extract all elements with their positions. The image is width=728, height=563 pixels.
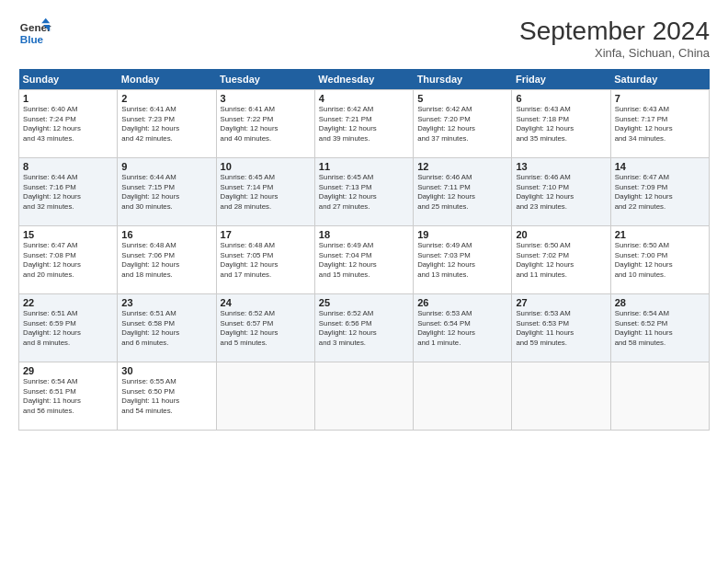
table-row: 6Sunrise: 6:43 AMSunset: 7:18 PMDaylight… <box>512 90 610 158</box>
day-number: 10 <box>221 161 311 172</box>
col-sunday: Sunday <box>19 69 118 90</box>
day-number: 5 <box>417 93 507 104</box>
day-number: 18 <box>319 229 409 240</box>
table-row: 27Sunrise: 6:53 AMSunset: 6:53 PMDayligh… <box>512 294 610 362</box>
col-thursday: Thursday <box>414 69 512 90</box>
table-row: 4Sunrise: 6:42 AMSunset: 7:21 PMDaylight… <box>314 90 413 158</box>
table-row: 1Sunrise: 6:40 AMSunset: 7:24 PMDaylight… <box>19 90 118 158</box>
calendar-week-4: 22Sunrise: 6:51 AMSunset: 6:59 PMDayligh… <box>19 294 710 362</box>
day-info: Sunrise: 6:46 AMSunset: 7:11 PMDaylight:… <box>417 173 507 212</box>
title-block: September 2024 Xinfa, Sichuan, China <box>519 17 710 60</box>
day-info: Sunrise: 6:51 AMSunset: 6:59 PMDaylight:… <box>23 309 113 348</box>
day-info: Sunrise: 6:42 AMSunset: 7:20 PMDaylight:… <box>417 105 507 144</box>
table-row: 22Sunrise: 6:51 AMSunset: 6:59 PMDayligh… <box>19 294 118 362</box>
logo: General Blue <box>18 17 51 50</box>
table-row: 13Sunrise: 6:46 AMSunset: 7:10 PMDayligh… <box>512 158 610 226</box>
calendar-page: General Blue September 2024 Xinfa, Sichu… <box>0 0 728 563</box>
day-info: Sunrise: 6:46 AMSunset: 7:10 PMDaylight:… <box>516 173 606 212</box>
day-number: 16 <box>121 229 211 240</box>
day-info: Sunrise: 6:48 AMSunset: 7:06 PMDaylight:… <box>121 241 211 280</box>
table-row: 12Sunrise: 6:46 AMSunset: 7:11 PMDayligh… <box>414 158 512 226</box>
day-info: Sunrise: 6:53 AMSunset: 6:54 PMDaylight:… <box>417 309 507 348</box>
table-row: 20Sunrise: 6:50 AMSunset: 7:02 PMDayligh… <box>512 226 610 294</box>
table-row: 17Sunrise: 6:48 AMSunset: 7:05 PMDayligh… <box>216 226 314 294</box>
table-row: 19Sunrise: 6:49 AMSunset: 7:03 PMDayligh… <box>414 226 512 294</box>
table-row <box>610 362 709 431</box>
table-row: 14Sunrise: 6:47 AMSunset: 7:09 PMDayligh… <box>610 158 709 226</box>
day-number: 19 <box>417 229 507 240</box>
table-row: 5Sunrise: 6:42 AMSunset: 7:20 PMDaylight… <box>414 90 512 158</box>
day-info: Sunrise: 6:50 AMSunset: 7:00 PMDaylight:… <box>615 241 705 280</box>
day-info: Sunrise: 6:50 AMSunset: 7:02 PMDaylight:… <box>516 241 606 280</box>
day-info: Sunrise: 6:43 AMSunset: 7:18 PMDaylight:… <box>516 105 606 144</box>
table-row <box>512 362 610 431</box>
day-number: 1 <box>23 93 113 104</box>
calendar-table: Sunday Monday Tuesday Wednesday Thursday… <box>18 69 710 431</box>
table-row: 23Sunrise: 6:51 AMSunset: 6:58 PMDayligh… <box>118 294 216 362</box>
day-number: 21 <box>615 229 705 240</box>
calendar-week-5: 29Sunrise: 6:54 AMSunset: 6:51 PMDayligh… <box>19 362 710 431</box>
table-row <box>216 362 314 431</box>
col-monday: Monday <box>118 69 216 90</box>
day-info: Sunrise: 6:52 AMSunset: 6:57 PMDaylight:… <box>221 309 311 348</box>
day-info: Sunrise: 6:41 AMSunset: 7:23 PMDaylight:… <box>121 105 211 144</box>
day-info: Sunrise: 6:44 AMSunset: 7:15 PMDaylight:… <box>121 173 211 212</box>
day-number: 3 <box>221 93 311 104</box>
day-info: Sunrise: 6:54 AMSunset: 6:52 PMDaylight:… <box>615 309 705 348</box>
table-row: 9Sunrise: 6:44 AMSunset: 7:15 PMDaylight… <box>118 158 216 226</box>
day-info: Sunrise: 6:55 AMSunset: 6:50 PMDaylight:… <box>121 377 211 416</box>
day-number: 13 <box>516 161 606 172</box>
table-row: 26Sunrise: 6:53 AMSunset: 6:54 PMDayligh… <box>414 294 512 362</box>
day-number: 27 <box>516 297 606 308</box>
day-info: Sunrise: 6:47 AMSunset: 7:08 PMDaylight:… <box>23 241 113 280</box>
logo-icon: General Blue <box>18 17 51 50</box>
day-info: Sunrise: 6:49 AMSunset: 7:03 PMDaylight:… <box>417 241 507 280</box>
day-number: 24 <box>221 297 311 308</box>
table-row: 24Sunrise: 6:52 AMSunset: 6:57 PMDayligh… <box>216 294 314 362</box>
col-tuesday: Tuesday <box>216 69 314 90</box>
day-number: 14 <box>615 161 705 172</box>
day-number: 17 <box>221 229 311 240</box>
month-title: September 2024 <box>519 17 710 46</box>
header: General Blue September 2024 Xinfa, Sichu… <box>18 17 710 60</box>
day-number: 4 <box>319 93 409 104</box>
col-friday: Friday <box>512 69 610 90</box>
day-number: 15 <box>23 229 113 240</box>
day-number: 11 <box>319 161 409 172</box>
day-number: 28 <box>615 297 705 308</box>
table-row: 7Sunrise: 6:43 AMSunset: 7:17 PMDaylight… <box>610 90 709 158</box>
day-info: Sunrise: 6:45 AMSunset: 7:14 PMDaylight:… <box>221 173 311 212</box>
header-row: Sunday Monday Tuesday Wednesday Thursday… <box>19 69 710 90</box>
day-info: Sunrise: 6:51 AMSunset: 6:58 PMDaylight:… <box>121 309 211 348</box>
day-info: Sunrise: 6:54 AMSunset: 6:51 PMDaylight:… <box>23 377 113 416</box>
table-row: 11Sunrise: 6:45 AMSunset: 7:13 PMDayligh… <box>314 158 413 226</box>
day-info: Sunrise: 6:43 AMSunset: 7:17 PMDaylight:… <box>615 105 705 144</box>
calendar-week-3: 15Sunrise: 6:47 AMSunset: 7:08 PMDayligh… <box>19 226 710 294</box>
table-row: 10Sunrise: 6:45 AMSunset: 7:14 PMDayligh… <box>216 158 314 226</box>
day-info: Sunrise: 6:40 AMSunset: 7:24 PMDaylight:… <box>23 105 113 144</box>
table-row: 8Sunrise: 6:44 AMSunset: 7:16 PMDaylight… <box>19 158 118 226</box>
day-info: Sunrise: 6:45 AMSunset: 7:13 PMDaylight:… <box>319 173 409 212</box>
day-number: 25 <box>319 297 409 308</box>
table-row <box>414 362 512 431</box>
day-info: Sunrise: 6:47 AMSunset: 7:09 PMDaylight:… <box>615 173 705 212</box>
day-number: 23 <box>121 297 211 308</box>
day-info: Sunrise: 6:52 AMSunset: 6:56 PMDaylight:… <box>319 309 409 348</box>
table-row: 28Sunrise: 6:54 AMSunset: 6:52 PMDayligh… <box>610 294 709 362</box>
day-number: 9 <box>121 161 211 172</box>
day-number: 8 <box>23 161 113 172</box>
col-wednesday: Wednesday <box>314 69 413 90</box>
day-number: 26 <box>417 297 507 308</box>
table-row <box>314 362 413 431</box>
calendar-week-2: 8Sunrise: 6:44 AMSunset: 7:16 PMDaylight… <box>19 158 710 226</box>
calendar-week-1: 1Sunrise: 6:40 AMSunset: 7:24 PMDaylight… <box>19 90 710 158</box>
day-number: 22 <box>23 297 113 308</box>
table-row: 3Sunrise: 6:41 AMSunset: 7:22 PMDaylight… <box>216 90 314 158</box>
day-number: 7 <box>615 93 705 104</box>
day-number: 29 <box>23 365 113 376</box>
day-info: Sunrise: 6:48 AMSunset: 7:05 PMDaylight:… <box>221 241 311 280</box>
day-number: 12 <box>417 161 507 172</box>
location-subtitle: Xinfa, Sichuan, China <box>519 46 710 60</box>
table-row: 18Sunrise: 6:49 AMSunset: 7:04 PMDayligh… <box>314 226 413 294</box>
day-number: 20 <box>516 229 606 240</box>
